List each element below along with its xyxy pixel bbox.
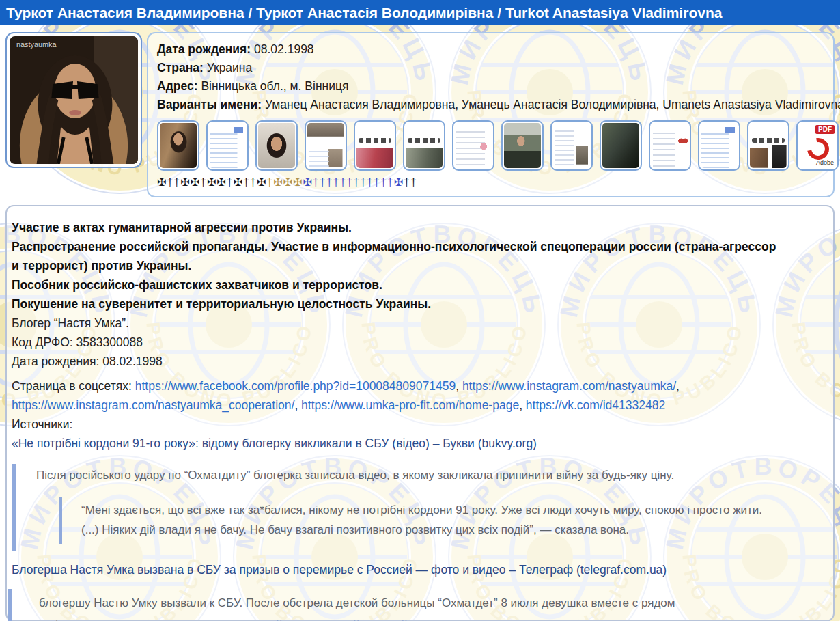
woman-in-car-photo-image [160, 123, 197, 168]
field-address: Адрес: Вінницька обл., м. Вінниця [157, 77, 825, 96]
sources-label: Источники: [12, 415, 785, 434]
field-label: Дата рождения: [157, 42, 251, 56]
social-profile-screenshot-image [307, 123, 344, 168]
cross-symbol: ✠ [180, 176, 189, 188]
birthdate-line: Дата рождения: 08.02.1998 [12, 352, 785, 371]
pdf-badge: PDF [815, 125, 835, 134]
nested-quote-block: “Мені здається, що всі вже так за*балися… [59, 497, 785, 544]
source-link-telegraf[interactable]: Блогерша Настя Умка вызвана в СБУ за при… [12, 560, 785, 579]
thumbnail-instagram-profile-screenshot[interactable] [403, 120, 445, 171]
cross-symbol: † [353, 176, 359, 188]
cross-symbol: † [374, 176, 380, 188]
thumbnail-chat-screenshot[interactable] [550, 120, 593, 171]
inline-text: , [676, 379, 680, 393]
charge-line-4: Покушение на суверенитет и территориальн… [12, 294, 785, 314]
thumbnail-outdoor-photo[interactable] [600, 120, 642, 171]
quote-block-2: блогершу Настю Умку вызвали к СБУ. После… [8, 589, 785, 621]
thumbnail-strip: PDFAdobe [157, 120, 825, 171]
instagram-profile-screenshot-image [406, 123, 443, 168]
cross-symbol: † [227, 176, 233, 188]
cross-symbol: † [339, 176, 346, 188]
drfo-line: Код ДРФО: 3583300088 [12, 333, 785, 352]
field-value: 08.02.1998 [254, 42, 314, 56]
charge-line-1: Участие в актах гуманитарной агрессии пр… [12, 218, 785, 237]
socials-line: Страница в соцсетях: https://www.faceboo… [12, 376, 785, 415]
thumbnail-woman-in-car-photo[interactable] [157, 120, 199, 171]
field-value: Вінницька обл., м. Вінниця [201, 79, 348, 93]
cross-symbol: † [360, 176, 366, 188]
cross-symbol: † [346, 176, 352, 188]
thumbnail-pdf-attachment[interactable]: PDFAdobe [796, 120, 839, 171]
chat-screenshot-image [553, 123, 590, 168]
nested-quote-text: “Мені здається, що всі вже так за*балися… [81, 500, 765, 540]
inline-link[interactable]: https://www.instagram.com/nastyaumka_coo… [12, 398, 294, 412]
inline-text: , [294, 398, 301, 412]
cross-symbol: † [173, 176, 180, 188]
inline-text: , [519, 398, 526, 412]
inline-text: блогершу Настю Умку вызвали к СБУ. После… [39, 596, 675, 621]
cross-symbol: † [266, 176, 272, 188]
thumbnail-document-screenshot-2[interactable] [698, 120, 740, 171]
inline-link[interactable]: https://www.facebook.com/profile.php?id=… [135, 379, 456, 393]
cross-symbol: ✠ [234, 176, 242, 188]
cross-symbol: † [367, 176, 373, 188]
inline-link[interactable]: https://www.instagram.com/nastyaumka/ [462, 379, 676, 393]
thumbnail-man-with-car-photo[interactable] [501, 120, 544, 171]
thumbnail-registry-screenshot[interactable] [649, 120, 691, 171]
adobe-brand-label: Adobe [816, 159, 834, 166]
cross-symbol: † [243, 176, 249, 188]
thumbnail-portrait-photo[interactable] [255, 120, 298, 171]
cross-symbol: ✠ [257, 176, 266, 188]
cross-symbol: ✠ [191, 176, 199, 188]
inline-link[interactable]: https://vk.com/id41332482 [526, 398, 665, 412]
charge-line-3: Пособник российско-фашистских захватчико… [12, 275, 785, 294]
field-country: Страна: Украина [157, 59, 825, 77]
outdoor-photo-image [602, 123, 639, 168]
dossier-card: Участие в актах гуманитарной агрессии пр… [5, 205, 835, 621]
cross-symbol: ✠ [293, 176, 302, 188]
photo-watermark-text: nastyaumka [16, 40, 57, 49]
inline-link[interactable]: https://www.umka-pro-fit.com/home-page [301, 398, 519, 412]
source-link-bukvy[interactable]: «Не потрібні кордони 91-го року»: відому… [12, 434, 785, 453]
cross-symbol: ✠ [303, 176, 311, 188]
cross-symbol: ✠ [216, 176, 225, 188]
instagram-profile-screenshot-2-image [750, 123, 787, 168]
cross-symbol: † [410, 176, 417, 188]
field-birthdate: Дата рождения: 08.02.1998 [157, 40, 825, 59]
thumbnail-instagram-grid-screenshot[interactable] [354, 120, 396, 171]
document-screenshot-image [209, 123, 246, 168]
cross-symbol: † [380, 176, 387, 188]
field-label: Варианты имени: [157, 98, 262, 111]
cross-symbol: ✠ [394, 176, 403, 188]
blogger-line: Блогер “Настя Умка”. [12, 314, 785, 333]
cross-symbol: ✠ [207, 176, 216, 188]
quote-block-1: Після російського удару по “Охматдиту” б… [12, 464, 785, 551]
profile-photo-image: nastyaumka [10, 36, 138, 164]
thumbnail-social-profile-screenshot[interactable] [305, 120, 347, 171]
quote-text-1: Після російського удару по “Охматдиту” б… [36, 465, 785, 485]
field-label: Адрес: [157, 79, 198, 93]
portrait-photo-image [258, 123, 295, 168]
profile-info-card: Дата рождения: 08.02.1998 Страна: Украин… [147, 32, 835, 197]
profile-photo[interactable]: nastyaumka [5, 32, 142, 168]
thumbnail-instagram-profile-screenshot-2[interactable] [747, 120, 789, 171]
inline-text: , [456, 379, 462, 393]
cross-symbol: † [387, 176, 393, 188]
man-with-car-photo-image [504, 123, 541, 168]
thumbnail-document-screenshot[interactable] [206, 120, 249, 171]
cross-symbol: † [250, 176, 256, 188]
field-name-variants: Варианты имени: Уманец Анастасия Владими… [157, 96, 825, 114]
inline-text: Страница в соцсетях: [12, 379, 135, 393]
cross-symbol: ✠ [283, 176, 292, 188]
quote-text-2: блогершу Настю Умку вызвали к СБУ. После… [39, 592, 758, 621]
cross-symbol: † [200, 176, 206, 188]
cross-symbol: ✠ [273, 176, 282, 188]
page-title: Туркот Анастасия Владимировна / Туркот А… [0, 0, 840, 25]
field-label: Страна: [157, 61, 204, 74]
charge-line-2: Распространение российской пропаганды. У… [12, 237, 785, 275]
cross-symbol: † [404, 176, 410, 188]
thumbnail-comments-screenshot[interactable] [452, 120, 494, 171]
cross-symbol: † [320, 176, 326, 188]
cross-symbol: † [333, 176, 339, 188]
cross-symbol: † [313, 176, 319, 188]
